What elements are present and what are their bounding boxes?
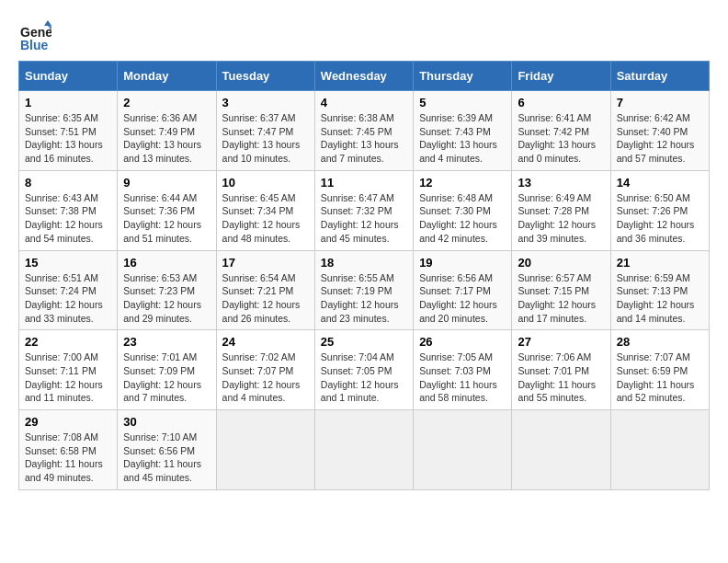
calendar-cell: 19 Sunrise: 6:56 AMSunset: 7:17 PMDaylig… bbox=[414, 250, 512, 330]
day-info: Sunrise: 7:04 AMSunset: 7:05 PMDaylight:… bbox=[321, 350, 407, 405]
day-number: 5 bbox=[419, 96, 506, 109]
day-info: Sunrise: 6:44 AMSunset: 7:36 PMDaylight:… bbox=[123, 191, 210, 246]
day-number: 10 bbox=[222, 176, 309, 190]
day-info: Sunrise: 6:48 AMSunset: 7:30 PMDaylight:… bbox=[419, 191, 506, 246]
calendar-table: SundayMondayTuesdayWednesdayThursdayFrid… bbox=[18, 61, 710, 490]
day-number: 27 bbox=[518, 335, 604, 349]
day-number: 1 bbox=[25, 96, 111, 109]
calendar-cell: 28 Sunrise: 7:07 AMSunset: 6:59 PMDaylig… bbox=[610, 330, 709, 410]
calendar-cell: 3 Sunrise: 6:37 AMSunset: 7:47 PMDayligh… bbox=[216, 91, 314, 171]
calendar-cell: 30 Sunrise: 7:10 AMSunset: 6:56 PMDaylig… bbox=[118, 410, 216, 490]
day-info: Sunrise: 6:35 AMSunset: 7:51 PMDaylight:… bbox=[25, 111, 111, 166]
calendar-cell: 26 Sunrise: 7:05 AMSunset: 7:03 PMDaylig… bbox=[414, 330, 512, 410]
day-number: 7 bbox=[617, 96, 703, 109]
day-info: Sunrise: 6:55 AMSunset: 7:19 PMDaylight:… bbox=[321, 271, 407, 326]
day-info: Sunrise: 6:36 AMSunset: 7:49 PMDaylight:… bbox=[123, 111, 210, 166]
day-number: 26 bbox=[419, 335, 506, 349]
weekday-header: Saturday bbox=[610, 62, 709, 91]
calendar-cell: 25 Sunrise: 7:04 AMSunset: 7:05 PMDaylig… bbox=[314, 330, 413, 410]
logo-icon: General Blue bbox=[18, 18, 51, 52]
day-number: 19 bbox=[419, 256, 506, 270]
day-info: Sunrise: 6:51 AMSunset: 7:24 PMDaylight:… bbox=[25, 271, 111, 326]
day-number: 28 bbox=[617, 335, 703, 349]
header-row: SundayMondayTuesdayWednesdayThursdayFrid… bbox=[19, 62, 710, 91]
calendar-cell: 29 Sunrise: 7:08 AMSunset: 6:58 PMDaylig… bbox=[19, 410, 118, 490]
calendar-cell: 20 Sunrise: 6:57 AMSunset: 7:15 PMDaylig… bbox=[512, 250, 610, 330]
day-info: Sunrise: 6:59 AMSunset: 7:13 PMDaylight:… bbox=[617, 271, 703, 326]
calendar-cell: 1 Sunrise: 6:35 AMSunset: 7:51 PMDayligh… bbox=[19, 91, 118, 171]
day-number: 22 bbox=[25, 335, 111, 349]
calendar-cell bbox=[414, 410, 512, 490]
calendar-week-row: 29 Sunrise: 7:08 AMSunset: 6:58 PMDaylig… bbox=[19, 410, 710, 490]
svg-text:Blue: Blue bbox=[20, 38, 49, 52]
day-number: 23 bbox=[123, 335, 210, 349]
day-info: Sunrise: 6:39 AMSunset: 7:43 PMDaylight:… bbox=[419, 111, 506, 166]
day-info: Sunrise: 7:01 AMSunset: 7:09 PMDaylight:… bbox=[123, 350, 210, 405]
day-number: 24 bbox=[222, 335, 309, 349]
day-number: 9 bbox=[123, 176, 210, 190]
calendar-cell: 8 Sunrise: 6:43 AMSunset: 7:38 PMDayligh… bbox=[19, 170, 118, 250]
day-number: 3 bbox=[222, 96, 309, 109]
calendar-cell: 27 Sunrise: 7:06 AMSunset: 7:01 PMDaylig… bbox=[512, 330, 610, 410]
day-number: 29 bbox=[25, 415, 111, 429]
calendar-cell: 18 Sunrise: 6:55 AMSunset: 7:19 PMDaylig… bbox=[314, 250, 413, 330]
day-number: 11 bbox=[321, 176, 407, 190]
calendar-cell: 24 Sunrise: 7:02 AMSunset: 7:07 PMDaylig… bbox=[216, 330, 314, 410]
weekday-header: Thursday bbox=[414, 62, 512, 91]
day-info: Sunrise: 6:53 AMSunset: 7:23 PMDaylight:… bbox=[123, 271, 210, 326]
day-info: Sunrise: 6:41 AMSunset: 7:42 PMDaylight:… bbox=[518, 111, 604, 166]
calendar-cell: 2 Sunrise: 6:36 AMSunset: 7:49 PMDayligh… bbox=[118, 91, 216, 171]
weekday-header: Sunday bbox=[19, 62, 118, 91]
day-number: 6 bbox=[518, 96, 604, 109]
day-number: 8 bbox=[25, 176, 111, 190]
day-number: 2 bbox=[123, 96, 210, 109]
day-number: 30 bbox=[123, 415, 210, 429]
weekday-header: Friday bbox=[512, 62, 610, 91]
calendar-week-row: 15 Sunrise: 6:51 AMSunset: 7:24 PMDaylig… bbox=[19, 250, 710, 330]
calendar-cell: 4 Sunrise: 6:38 AMSunset: 7:45 PMDayligh… bbox=[314, 91, 413, 171]
weekday-header: Wednesday bbox=[314, 62, 413, 91]
calendar-cell: 10 Sunrise: 6:45 AMSunset: 7:34 PMDaylig… bbox=[216, 170, 314, 250]
calendar-week-row: 1 Sunrise: 6:35 AMSunset: 7:51 PMDayligh… bbox=[19, 91, 710, 171]
day-info: Sunrise: 6:43 AMSunset: 7:38 PMDaylight:… bbox=[25, 191, 111, 246]
weekday-header: Monday bbox=[118, 62, 216, 91]
calendar-cell: 9 Sunrise: 6:44 AMSunset: 7:36 PMDayligh… bbox=[118, 170, 216, 250]
day-info: Sunrise: 6:47 AMSunset: 7:32 PMDaylight:… bbox=[321, 191, 407, 246]
calendar-cell bbox=[314, 410, 413, 490]
calendar-cell: 11 Sunrise: 6:47 AMSunset: 7:32 PMDaylig… bbox=[314, 170, 413, 250]
day-info: Sunrise: 6:42 AMSunset: 7:40 PMDaylight:… bbox=[617, 111, 703, 166]
calendar-cell: 13 Sunrise: 6:49 AMSunset: 7:28 PMDaylig… bbox=[512, 170, 610, 250]
day-info: Sunrise: 7:10 AMSunset: 6:56 PMDaylight:… bbox=[123, 431, 210, 485]
day-info: Sunrise: 6:56 AMSunset: 7:17 PMDaylight:… bbox=[419, 271, 506, 326]
calendar-cell: 17 Sunrise: 6:54 AMSunset: 7:21 PMDaylig… bbox=[216, 250, 314, 330]
day-info: Sunrise: 6:57 AMSunset: 7:15 PMDaylight:… bbox=[518, 271, 604, 326]
day-number: 12 bbox=[419, 176, 506, 190]
calendar-cell bbox=[216, 410, 314, 490]
day-number: 25 bbox=[321, 335, 407, 349]
day-info: Sunrise: 6:45 AMSunset: 7:34 PMDaylight:… bbox=[222, 191, 309, 246]
day-info: Sunrise: 7:07 AMSunset: 6:59 PMDaylight:… bbox=[617, 350, 703, 405]
calendar-week-row: 22 Sunrise: 7:00 AMSunset: 7:11 PMDaylig… bbox=[19, 330, 710, 410]
day-number: 15 bbox=[25, 256, 111, 270]
day-info: Sunrise: 6:50 AMSunset: 7:26 PMDaylight:… bbox=[617, 191, 703, 246]
logo: General Blue bbox=[18, 18, 28, 52]
day-number: 18 bbox=[321, 256, 407, 270]
calendar-cell: 7 Sunrise: 6:42 AMSunset: 7:40 PMDayligh… bbox=[610, 91, 709, 171]
day-info: Sunrise: 7:06 AMSunset: 7:01 PMDaylight:… bbox=[518, 350, 604, 405]
weekday-header: Tuesday bbox=[216, 62, 314, 91]
day-info: Sunrise: 7:00 AMSunset: 7:11 PMDaylight:… bbox=[25, 350, 111, 405]
calendar-cell: 23 Sunrise: 7:01 AMSunset: 7:09 PMDaylig… bbox=[118, 330, 216, 410]
calendar-cell: 22 Sunrise: 7:00 AMSunset: 7:11 PMDaylig… bbox=[19, 330, 118, 410]
svg-marker-2 bbox=[44, 20, 51, 26]
page-header: General Blue bbox=[18, 18, 710, 52]
day-info: Sunrise: 7:08 AMSunset: 6:58 PMDaylight:… bbox=[25, 431, 111, 485]
calendar-cell: 16 Sunrise: 6:53 AMSunset: 7:23 PMDaylig… bbox=[118, 250, 216, 330]
calendar-cell bbox=[610, 410, 709, 490]
calendar-week-row: 8 Sunrise: 6:43 AMSunset: 7:38 PMDayligh… bbox=[19, 170, 710, 250]
day-info: Sunrise: 6:38 AMSunset: 7:45 PMDaylight:… bbox=[321, 111, 407, 166]
day-number: 21 bbox=[617, 256, 703, 270]
calendar-cell bbox=[512, 410, 610, 490]
day-number: 14 bbox=[617, 176, 703, 190]
day-number: 17 bbox=[222, 256, 309, 270]
calendar-cell: 14 Sunrise: 6:50 AMSunset: 7:26 PMDaylig… bbox=[610, 170, 709, 250]
